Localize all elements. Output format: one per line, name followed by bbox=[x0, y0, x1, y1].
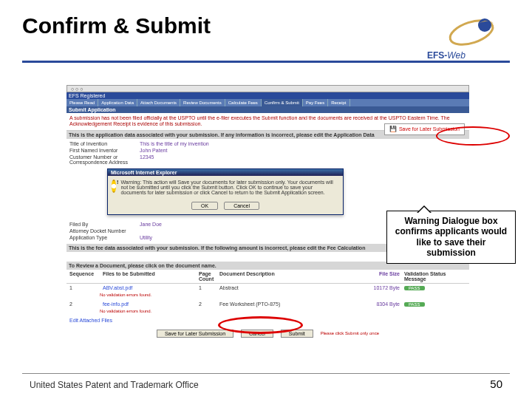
save-for-later-link[interactable]: Save for Later Submission bbox=[384, 123, 465, 135]
callout-box: Warning Dialogue box confirms applicants… bbox=[386, 211, 516, 264]
window-chrome: ○ ○ ○ bbox=[66, 85, 469, 92]
footer-text: United States Patent and Trademark Offic… bbox=[30, 380, 199, 390]
table-row: 1ABV.abst.pdf1Abstract10172 BytePASS bbox=[66, 284, 469, 292]
app-header: EFS Registered bbox=[66, 92, 469, 99]
custno-label: Customer Number or Correspondence Addres… bbox=[69, 154, 140, 165]
save-for-later-button[interactable]: Save for Later Submission bbox=[157, 330, 233, 338]
title-label: Title of Invention bbox=[69, 141, 140, 146]
page-number: 50 bbox=[490, 378, 502, 390]
doc-table-header: SequenceFiles to be SubmittedPage CountD… bbox=[66, 270, 469, 284]
file-link[interactable]: ABV.abst.pdf bbox=[103, 285, 199, 290]
status-badge: PASS bbox=[404, 286, 425, 290]
tab-please-read[interactable]: Please Read bbox=[66, 99, 98, 106]
tab-application-data[interactable]: Application Data bbox=[98, 99, 137, 106]
dialog-cancel-button[interactable]: Cancel bbox=[224, 202, 259, 210]
warning-dialog: Microsoft Internet Explorer Warning: Thi… bbox=[107, 168, 344, 215]
inventor-label: First Named Inventor bbox=[69, 148, 140, 153]
tab-confirm-submit[interactable]: Confirm & Submit bbox=[262, 99, 303, 106]
submission-notice: A submission has not been filed official… bbox=[66, 113, 469, 131]
apptype-label: Application Type bbox=[69, 235, 140, 240]
filedby-value: Jane Doe bbox=[140, 222, 162, 227]
efs-web-logo: EFS-Web bbox=[427, 16, 508, 61]
table-row: 2fee-info.pdf2Fee Worksheet (PTO-875)830… bbox=[66, 300, 469, 308]
title-value: This is the title of my invention bbox=[140, 141, 209, 146]
dialog-message: Warning: This action will Save your docu… bbox=[120, 180, 339, 195]
svg-point-1 bbox=[478, 18, 491, 32]
warning-icon bbox=[112, 180, 116, 193]
tab-pay-fees[interactable]: Pay Fees bbox=[303, 99, 328, 106]
docket-label: Attorney Docket Number bbox=[69, 228, 140, 233]
inventor-value: John Patent bbox=[140, 148, 167, 153]
file-link[interactable]: fee-info.pdf bbox=[103, 301, 199, 307]
dialog-ok-button[interactable]: OK bbox=[191, 202, 218, 210]
divider-top bbox=[22, 61, 510, 63]
submit-button[interactable]: Submit bbox=[281, 330, 313, 338]
apptype-value: Utility bbox=[140, 235, 152, 240]
tab-attach-documents[interactable]: Attach Documents bbox=[137, 99, 180, 106]
edit-attached-link[interactable]: Edit Attached Files bbox=[69, 318, 112, 323]
cancel-button[interactable]: Cancel bbox=[241, 330, 273, 338]
section-title: Submit Application bbox=[66, 106, 469, 113]
divider-bottom bbox=[22, 373, 510, 374]
dialog-title: Microsoft Internet Explorer bbox=[108, 169, 343, 176]
wizard-tabs: Please Read Application Data Attach Docu… bbox=[66, 99, 469, 106]
tab-receipt[interactable]: Receipt bbox=[328, 99, 349, 106]
custno-value: 12345 bbox=[140, 154, 154, 165]
submit-hint: Please click Submit only once bbox=[321, 331, 379, 335]
status-badge: PASS bbox=[404, 302, 425, 307]
validation-message: No validation errors found. bbox=[66, 292, 469, 300]
filedby-label: Filed By bbox=[69, 222, 140, 227]
tab-review-documents[interactable]: Review Documents bbox=[180, 99, 225, 106]
validation-message: No validation errors found. bbox=[66, 308, 469, 316]
tab-calculate-fees[interactable]: Calculate Fees bbox=[225, 99, 262, 106]
